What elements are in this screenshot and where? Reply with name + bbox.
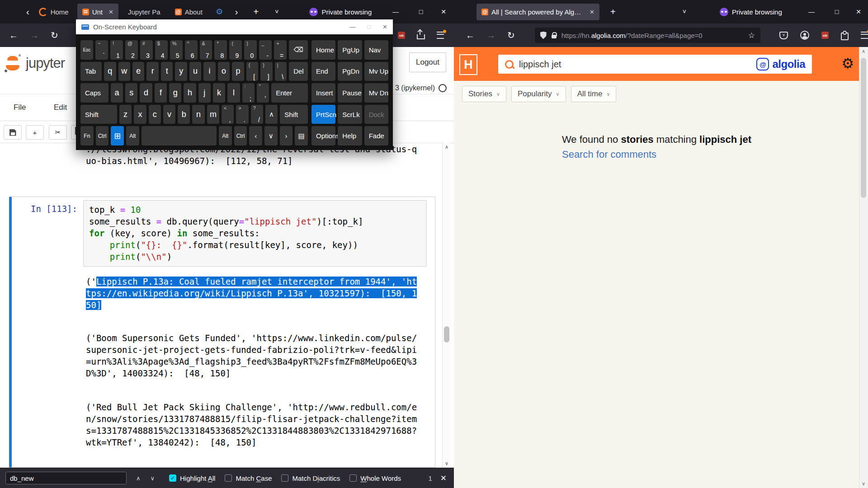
key-esc[interactable]: Esc [80, 40, 93, 60]
save-button[interactable] [4, 125, 22, 140]
bookmark-star-icon[interactable]: ☆ [748, 31, 755, 40]
list-tabs-icon[interactable]: ˅ [275, 8, 278, 15]
url-bar[interactable]: https://hn.algolia.com/?dateRange=all&pa… [535, 28, 760, 43]
key-6[interactable]: ^6 [185, 40, 198, 60]
key-r[interactable]: r [146, 62, 158, 81]
key-options[interactable]: Options [311, 126, 335, 145]
menu-edit[interactable]: Edit [54, 94, 67, 121]
key-key[interactable]: <, [222, 105, 234, 124]
key-i[interactable]: i [203, 62, 215, 81]
key-key[interactable]: :; [242, 83, 255, 103]
menu-icon[interactable] [861, 32, 868, 39]
algolia-brand[interactable]: @ algolia [756, 58, 805, 70]
checkbox-highlight-all[interactable]: ✓ [169, 474, 176, 482]
filter-popularity[interactable]: Popularity∨ [511, 86, 566, 102]
key-f[interactable]: f [155, 83, 167, 103]
key-pgdn[interactable]: PgDn [338, 62, 362, 81]
key-7[interactable]: &7 [200, 40, 212, 60]
key-1[interactable]: !1 [110, 40, 123, 60]
tab-scroll-left-icon[interactable]: ‹ [23, 7, 33, 17]
key-q[interactable]: q [104, 62, 116, 81]
scroll-down-icon[interactable]: ∨ [443, 460, 451, 466]
key-g[interactable]: g [169, 83, 181, 103]
tab-settings[interactable]: ⚙ [211, 4, 228, 20]
tab-close-icon[interactable]: ✕ [108, 9, 113, 15]
reload-icon[interactable]: ↻ [507, 30, 515, 41]
key-8[interactable]: *8 [214, 40, 227, 60]
key-e[interactable]: e [132, 62, 144, 81]
key-a[interactable]: a [111, 83, 123, 103]
key-w[interactable]: w [118, 62, 130, 81]
key-key[interactable]: |\ [275, 62, 287, 81]
key-key[interactable]: >. [236, 105, 248, 124]
toggle-whole-words[interactable]: Whole Words [349, 474, 401, 482]
key-c[interactable]: c [149, 105, 161, 124]
key-end[interactable]: End [311, 62, 335, 81]
extensions-icon[interactable] [841, 33, 849, 40]
scrollbar-thumb[interactable] [444, 326, 449, 343]
key-k[interactable]: k [213, 83, 225, 103]
list-tabs-icon[interactable]: ˅ [683, 8, 686, 15]
key-key[interactable]: }] [260, 62, 272, 81]
key-pgup[interactable]: PgUp [338, 40, 362, 60]
key-tab[interactable]: Tab [80, 62, 102, 81]
window-maximize-button[interactable]: □ [830, 8, 844, 15]
tab-scroll-right-icon[interactable]: › [231, 7, 242, 17]
key-menu[interactable]: ▤ [295, 126, 308, 145]
key-key[interactable]: ~` [95, 40, 108, 60]
key-2[interactable]: @2 [125, 40, 138, 60]
forward-icon[interactable]: → [30, 30, 39, 41]
back-icon[interactable]: ← [466, 30, 475, 41]
key-caps[interactable]: Caps [80, 83, 108, 103]
key-insert[interactable]: Insert [311, 83, 335, 103]
tracking-protection-icon[interactable] [540, 32, 547, 39]
key-up-arrow[interactable]: ∧ [265, 105, 278, 124]
key-key[interactable]: {[ [246, 62, 258, 81]
key-mv-up[interactable]: Mv Up [364, 62, 388, 81]
find-close-icon[interactable]: ✕ [440, 474, 448, 483]
key-o[interactable]: o [218, 62, 230, 81]
scroll-down-icon[interactable]: ∨ [859, 481, 868, 487]
key-prtscn[interactable]: PrtScn [311, 105, 335, 124]
key-key[interactable]: += [274, 40, 287, 60]
key-left-arrow[interactable]: ‹ [249, 126, 262, 145]
page-scrollbar[interactable]: ∧ ∨ [859, 47, 868, 488]
window-minimize-button[interactable]: — [805, 8, 818, 15]
key-pause[interactable]: Pause [338, 83, 362, 103]
key-b[interactable]: b [178, 105, 190, 124]
key-alt[interactable]: Alt [219, 126, 232, 145]
key-ctrl[interactable]: Ctrl [234, 126, 247, 145]
key-fn[interactable]: Fn [80, 126, 94, 145]
lock-icon[interactable] [552, 35, 557, 38]
key-3[interactable]: #3 [140, 40, 153, 60]
key-space[interactable] [142, 126, 217, 145]
key-l[interactable]: l [227, 83, 240, 103]
hn-logo[interactable]: H [459, 54, 477, 75]
toggle-highlight-all[interactable]: ✓Highlight All [169, 474, 215, 482]
filter-stories[interactable]: Stories∨ [462, 86, 506, 102]
notebook-scrollbar[interactable]: ∧ ∨ [442, 143, 451, 468]
find-next-button[interactable]: ∨ [146, 475, 160, 482]
key-u[interactable]: u [189, 62, 201, 81]
key-9[interactable]: (9 [229, 40, 242, 60]
jupyter-logo[interactable]: jupyter [5, 54, 65, 72]
account-icon[interactable] [800, 31, 809, 40]
reload-icon[interactable]: ↻ [51, 30, 58, 41]
key-dock[interactable]: Dock [364, 105, 388, 124]
key-home[interactable]: Home [311, 40, 335, 60]
menu-file[interactable]: File [14, 94, 26, 121]
key-n[interactable]: n [192, 105, 204, 124]
keyboard-title-bar[interactable]: On-Screen Keyboard — □ ✕ [76, 19, 393, 34]
share-icon[interactable] [417, 34, 425, 39]
key-nav[interactable]: Nav [364, 40, 388, 60]
back-icon[interactable]: ← [9, 30, 18, 41]
keyboard-minimize-button[interactable]: — [349, 23, 355, 30]
window-close-button[interactable]: ✕ [852, 8, 865, 15]
key-alt[interactable]: Alt [126, 126, 139, 145]
cut-cell-button[interactable]: ✂ [49, 125, 67, 140]
key-right-arrow[interactable]: › [280, 126, 293, 145]
key-scrlk[interactable]: ScrLk [338, 105, 362, 124]
checkbox-whole-words[interactable] [349, 474, 357, 482]
tab-close-icon[interactable]: ✕ [590, 9, 594, 15]
key-m[interactable]: m [207, 105, 219, 124]
